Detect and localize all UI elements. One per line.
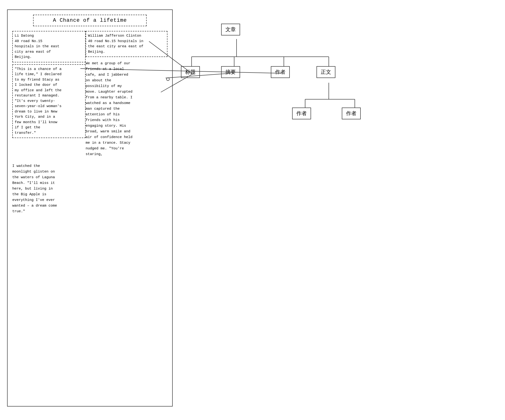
top-right-dashed-box: William Jafferson Clinton40 road No.15 h… xyxy=(86,31,167,57)
tree-node-zuozhe-2: 作者 xyxy=(342,108,361,119)
tree-diagram: 文章 标题 摘要 作者 正文 作者 作者 xyxy=(184,19,492,184)
tree-node-zhaiyao: 摘要 xyxy=(221,66,240,78)
tree-node-zuozhe: 作者 xyxy=(271,66,290,78)
tree-node-zuozhe-1: 作者 xyxy=(292,108,311,119)
middle-left-dashed-box: "This is a chance of alife time," I decl… xyxy=(12,64,86,138)
title-text: A Chance of a lifetime xyxy=(53,18,127,23)
top-right-text: William Jafferson Clinton40 road No.15 h… xyxy=(88,34,143,54)
article-title: A Chance of a lifetime xyxy=(33,15,147,26)
tree-root-node: 文章 xyxy=(221,24,240,36)
article-container: A Chance of a lifetime Li Datong40 road … xyxy=(7,9,173,407)
tree-node-biaoti: 标题 xyxy=(181,66,200,78)
left-column: Li Datong40 road No.15hospitals in the e… xyxy=(12,31,86,159)
tree-lines-svg xyxy=(184,19,492,184)
middle-right-text: We met a group of ourfriends at a localc… xyxy=(86,59,167,159)
top-left-text: Li Datong40 road No.15hospitals in the e… xyxy=(15,34,59,59)
right-column: William Jafferson Clinton40 road No.15 h… xyxy=(86,31,167,159)
top-content-area: Li Datong40 road No.15hospitals in the e… xyxy=(12,31,167,159)
middle-left-text: "This is a chance of alife time," I decl… xyxy=(15,67,62,135)
top-left-dashed-box: Li Datong40 road No.15hospitals in the e… xyxy=(12,31,86,62)
tree-node-zhengwen: 正文 xyxy=(316,66,335,78)
bottom-left-text: I watched themoonlight glisten onthe wat… xyxy=(12,161,86,216)
